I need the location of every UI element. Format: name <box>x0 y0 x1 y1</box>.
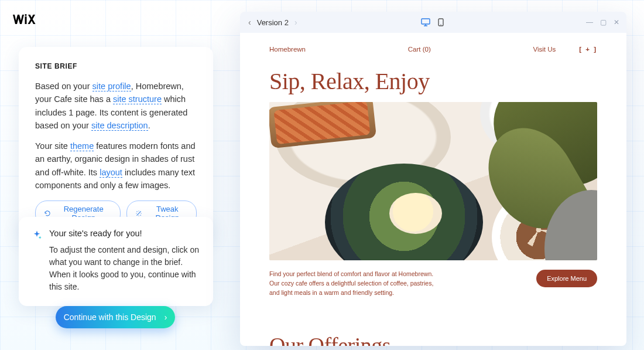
prev-version-button[interactable]: ‹ <box>247 18 252 27</box>
offerings-heading: Our Offerings <box>269 332 597 346</box>
sparkle-icon <box>32 230 42 240</box>
site-nav-cart[interactable]: Cart (0) <box>306 46 533 53</box>
brief-text: Your site <box>35 141 70 151</box>
svg-rect-0 <box>25 16 27 24</box>
wix-logo <box>13 14 36 25</box>
ready-body: To adjust the content and design, click … <box>49 244 200 293</box>
continue-design-button[interactable]: Continue with this Design › <box>56 306 175 328</box>
brief-text: Based on your <box>35 81 93 91</box>
version-label: Version 2 <box>257 18 289 27</box>
ready-card: Your site's ready for you! To adjust the… <box>19 217 213 306</box>
preview-titlebar: ‹ Version 2 › — ▢ ✕ <box>240 12 626 33</box>
site-brief-card: SITE BRIEF Based on your site profile, H… <box>19 47 213 239</box>
svg-point-1 <box>25 14 26 16</box>
svg-point-4 <box>440 24 441 25</box>
site-nav: Homebrewn Cart (0) Visit Us [ + ] <box>269 46 597 53</box>
site-preview-content: Homebrewn Cart (0) Visit Us [ + ] Sip, R… <box>240 33 626 346</box>
window-close-button[interactable]: ✕ <box>612 18 621 26</box>
brief-body: Based on your site profile, Homebrewn, y… <box>35 80 197 192</box>
brief-text: . <box>148 121 150 130</box>
ready-title: Your site's ready for you! <box>49 229 200 238</box>
wand-icon <box>135 209 142 218</box>
button-label: Continue with this Design <box>64 312 156 322</box>
desktop-view-button[interactable] <box>420 17 431 28</box>
link-site-description[interactable]: site description <box>91 121 148 131</box>
window-minimize-button[interactable]: — <box>585 18 594 26</box>
brief-title: SITE BRIEF <box>35 62 197 70</box>
chevron-right-icon: › <box>165 312 167 322</box>
site-preview-window: ‹ Version 2 › — ▢ ✕ Homebrewn Cart (0) V… <box>240 12 626 346</box>
link-site-structure[interactable]: site structure <box>113 94 162 104</box>
site-nav-visit[interactable]: Visit Us <box>533 46 556 53</box>
explore-menu-button[interactable]: Explore Menu <box>536 270 597 287</box>
hero-blurb: Find your perfect blend of comfort and f… <box>269 270 445 297</box>
hero-image <box>269 102 597 260</box>
link-layout[interactable]: layout <box>100 168 122 178</box>
mobile-view-button[interactable] <box>436 17 446 28</box>
link-theme[interactable]: theme <box>70 141 94 151</box>
window-maximize-button[interactable]: ▢ <box>599 18 608 26</box>
next-version-button[interactable]: › <box>293 18 299 27</box>
refresh-icon <box>44 209 51 218</box>
link-site-profile[interactable]: site profile <box>93 81 131 91</box>
svg-rect-2 <box>422 19 430 24</box>
hero-heading: Sip, Relax, Enjoy <box>269 69 597 94</box>
site-nav-expand[interactable]: [ + ] <box>579 46 597 53</box>
site-brand[interactable]: Homebrewn <box>269 46 306 53</box>
